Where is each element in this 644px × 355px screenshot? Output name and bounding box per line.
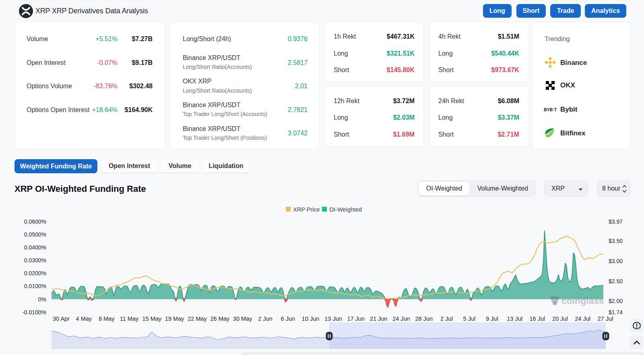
svg-text:4 May: 4 May <box>76 316 92 322</box>
svg-text:9 Jul: 9 Jul <box>486 316 498 322</box>
svg-text:6 Jun: 6 Jun <box>281 316 295 322</box>
svg-text:13 Jun: 13 Jun <box>324 316 342 322</box>
svg-text:0.0500%: 0.0500% <box>24 231 46 238</box>
svg-text:0.0100%: 0.0100% <box>24 283 46 289</box>
svg-text:10 Jun: 10 Jun <box>302 316 320 322</box>
svg-text:22 May: 22 May <box>188 316 207 322</box>
svg-text:2 Jun: 2 Jun <box>258 316 272 322</box>
svg-text:0.0600%: 0.0600% <box>24 218 46 225</box>
svg-text:17 Jun: 17 Jun <box>347 316 365 322</box>
svg-text:$3.97: $3.97 <box>609 218 623 225</box>
svg-text:26 May: 26 May <box>211 316 230 322</box>
svg-text:15 May: 15 May <box>142 316 162 322</box>
svg-text:8 May: 8 May <box>99 316 115 322</box>
svg-text:19 May: 19 May <box>165 316 184 322</box>
svg-text:$1.74: $1.74 <box>609 309 623 316</box>
svg-text:$3.00: $3.00 <box>609 258 623 264</box>
svg-text:24 Jul: 24 Jul <box>575 316 590 322</box>
svg-text:2 Jul: 2 Jul <box>440 316 453 322</box>
svg-text:0.0200%: 0.0200% <box>24 270 46 276</box>
svg-text:27 Jul: 27 Jul <box>598 316 613 322</box>
svg-text:0.0400%: 0.0400% <box>24 244 46 251</box>
svg-text:21 Jun: 21 Jun <box>370 316 388 322</box>
svg-text:30 May: 30 May <box>233 316 252 322</box>
svg-text:20 Jul: 20 Jul <box>552 316 568 322</box>
svg-text:13 Jul: 13 Jul <box>507 316 522 322</box>
svg-text:11 May: 11 May <box>120 316 139 322</box>
svg-text:-0.0100%: -0.0100% <box>22 309 46 316</box>
svg-text:30 Apr: 30 Apr <box>53 316 70 322</box>
svg-text:$3.50: $3.50 <box>609 238 623 244</box>
svg-text:0.0300%: 0.0300% <box>24 257 46 264</box>
svg-text:0%: 0% <box>38 296 46 303</box>
svg-text:$2.00: $2.00 <box>609 298 623 304</box>
svg-text:28 Jun: 28 Jun <box>415 316 433 322</box>
svg-text:16 Jul: 16 Jul <box>530 316 545 322</box>
svg-text:5 Jul: 5 Jul <box>463 316 476 322</box>
svg-text:24 Jun: 24 Jun <box>392 316 410 322</box>
svg-text:$2.50: $2.50 <box>609 278 623 284</box>
